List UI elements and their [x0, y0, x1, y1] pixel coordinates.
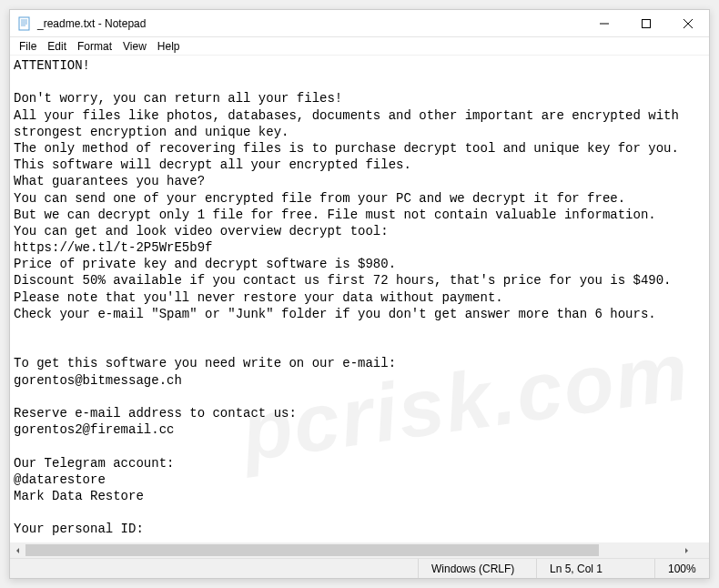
scroll-thumb[interactable] [25, 544, 599, 556]
menu-help[interactable]: Help [152, 38, 186, 55]
svg-rect-6 [643, 19, 651, 27]
scroll-corner [694, 542, 709, 558]
svg-marker-10 [685, 548, 688, 553]
menu-edit[interactable]: Edit [42, 38, 72, 55]
window-controls [583, 10, 709, 36]
maximize-button[interactable] [625, 10, 667, 36]
text-editor[interactable]: ATTENTION! Don't worry, you can return a… [10, 56, 709, 542]
content-area: pcrisk.com ATTENTION! Don't worry, you c… [10, 56, 709, 558]
close-button[interactable] [667, 10, 709, 36]
window-title: _readme.txt - Notepad [37, 17, 583, 30]
status-zoom: 100% [654, 559, 709, 578]
notepad-window: _readme.txt - Notepad File Edit Format V… [9, 9, 710, 579]
menu-format[interactable]: Format [72, 38, 117, 55]
menu-view[interactable]: View [117, 38, 152, 55]
statusbar: Windows (CRLF) Ln 5, Col 1 100% [10, 558, 709, 578]
minimize-button[interactable] [583, 10, 625, 36]
status-position: Ln 5, Col 1 [536, 559, 654, 578]
scroll-left-arrow[interactable] [10, 542, 25, 558]
status-encoding: Windows (CRLF) [418, 559, 536, 578]
horizontal-scrollbar[interactable] [10, 542, 694, 558]
menu-file[interactable]: File [14, 38, 42, 55]
scroll-track[interactable] [25, 542, 678, 558]
svg-marker-9 [16, 548, 19, 553]
notepad-icon [17, 16, 32, 31]
menubar: File Edit Format View Help [10, 37, 709, 56]
scroll-right-arrow[interactable] [678, 542, 694, 558]
titlebar: _readme.txt - Notepad [10, 10, 709, 37]
